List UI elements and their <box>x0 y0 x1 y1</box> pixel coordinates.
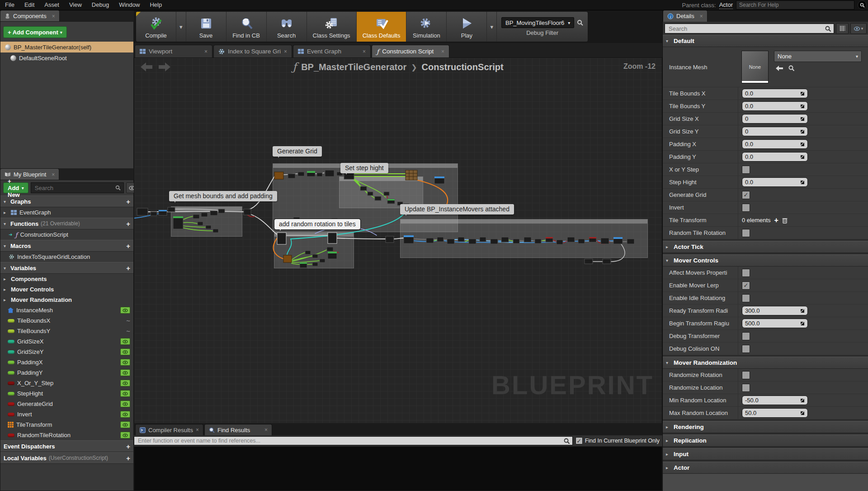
search-button[interactable]: Search <box>267 12 307 42</box>
comment-bubble-get-mesh-bounds[interactable]: Get mesh bounds and add padding <box>169 191 277 201</box>
variable-visibility-eye-icon[interactable] <box>120 390 130 397</box>
close-icon[interactable]: × <box>284 48 287 55</box>
tab-find-results[interactable]: Find Results× <box>204 424 272 435</box>
find-results-body[interactable] <box>134 446 662 491</box>
my-blueprint-search-input[interactable] <box>34 184 115 192</box>
add-macro-icon[interactable]: + <box>126 242 130 250</box>
expand-arrow-icon[interactable]: ▸ <box>666 244 670 249</box>
tab-event-graph[interactable]: Event Graph× <box>293 45 371 57</box>
variable-visibility-eye-icon[interactable] <box>120 421 130 428</box>
close-icon[interactable]: × <box>363 48 366 55</box>
breadcrumb-class[interactable]: BP_MasterTileGenerator <box>301 62 406 72</box>
variable-row[interactable]: GridSizeY <box>0 347 133 357</box>
checkbox[interactable]: ✓ <box>742 371 750 379</box>
macros-header[interactable]: ▾ Macros+ <box>0 240 133 252</box>
add-new-button[interactable]: + Add New▾ <box>3 182 28 193</box>
collapse-arrow-icon[interactable]: ▾ <box>4 199 8 204</box>
compile-button[interactable]: Compile <box>136 12 176 42</box>
component-row-scene-root[interactable]: DefaultSceneRoot <box>0 52 133 63</box>
category-mover-controls[interactable]: ▾Mover Controls <box>663 254 868 267</box>
variable-visibility-eye-icon[interactable] <box>120 348 130 355</box>
comment-bubble-set-step-hight[interactable]: Set step hight <box>340 163 388 173</box>
display-filter-button[interactable]: ▾ <box>850 23 867 34</box>
number-spinner[interactable]: 0.0 <box>742 101 808 111</box>
add-component-button[interactable]: + Add Component▾ <box>3 26 67 38</box>
add-element-icon[interactable]: + <box>774 216 778 224</box>
variable-row[interactable]: PaddingY <box>0 367 133 378</box>
graph-nodes-and-wires[interactable] <box>134 58 662 424</box>
variable-row[interactable]: StepHight <box>0 388 133 399</box>
collapse-arrow-icon[interactable]: ▾ <box>666 258 670 263</box>
variable-visibility-eye-icon[interactable] <box>120 432 130 439</box>
add-graph-icon[interactable]: + <box>126 198 130 205</box>
tab-compiler-results[interactable]: Compiler Results× <box>135 424 203 435</box>
details-search-field[interactable] <box>665 24 834 33</box>
checkbox[interactable]: ✓ <box>742 384 750 392</box>
collapse-arrow-icon[interactable]: ▾ <box>4 243 8 248</box>
search-icon[interactable] <box>564 438 570 444</box>
variable-row[interactable]: RandomTileRotation <box>0 430 133 440</box>
browse-search-icon[interactable] <box>788 65 794 71</box>
find-in-blueprint-checkbox[interactable]: ✓ <box>576 437 583 444</box>
use-selected-arrow-icon[interactable] <box>776 66 783 71</box>
expand-arrow-icon[interactable]: ▸ <box>666 424 670 429</box>
variable-visibility-eye-icon[interactable] <box>120 307 130 314</box>
category-default[interactable]: ▾Default <box>663 35 868 47</box>
expand-arrow-icon[interactable]: ▸ <box>666 452 670 457</box>
variable-row[interactable]: GenerateGrid <box>0 399 133 409</box>
graphs-header[interactable]: ▾ Graphs+ <box>0 195 133 207</box>
variable-row[interactable]: InstanceMesh <box>0 305 133 315</box>
checkbox[interactable]: ✓ <box>742 294 750 302</box>
variable-category-mover-controls[interactable]: ▸Mover Controls <box>0 284 133 295</box>
number-spinner[interactable]: -50.0 <box>742 396 808 405</box>
find-in-cb-button[interactable]: Find in CB <box>226 12 267 42</box>
number-spinner[interactable]: 0.0 <box>742 152 808 162</box>
menu-view[interactable]: View <box>64 0 87 10</box>
number-spinner[interactable]: 300.0 <box>742 306 808 315</box>
save-button[interactable]: Save <box>186 12 226 42</box>
variable-row[interactable]: X_Or_Y_Step <box>0 378 133 388</box>
comment-bubble-update-instance-movers[interactable]: Update BP_InstanceMovers attached <box>400 204 514 215</box>
tab-components[interactable]: Components× <box>0 10 60 22</box>
mesh-thumbnail[interactable]: None <box>741 51 769 83</box>
variable-category-components[interactable]: ▸Components <box>0 274 133 284</box>
number-spinner[interactable]: 0.0 <box>742 177 808 187</box>
variable-visibility-eye-icon[interactable] <box>120 369 130 376</box>
breadcrumb-function[interactable]: ConstructionScript <box>422 62 504 72</box>
add-dispatcher-icon[interactable]: + <box>126 443 130 450</box>
tab-index-to-square-grid[interactable]: Index to Square Gri× <box>213 45 292 57</box>
details-search-input[interactable] <box>668 25 825 33</box>
number-spinner[interactable]: 0 <box>742 127 808 136</box>
variable-visibility-eye-icon[interactable] <box>120 359 130 366</box>
category-replication[interactable]: ▸Replication <box>663 434 868 447</box>
checkbox[interactable]: ✓ <box>742 204 750 212</box>
checkbox[interactable]: ✓ <box>742 229 750 237</box>
mesh-dropdown[interactable]: None▾ <box>774 51 862 62</box>
variable-tilde-icon[interactable]: ~ <box>126 319 130 323</box>
collapse-arrow-icon[interactable]: ▾ <box>666 38 670 43</box>
variable-row[interactable]: Invert <box>0 409 133 419</box>
category-actor[interactable]: ▸Actor <box>663 462 868 474</box>
variable-visibility-eye-icon[interactable] <box>120 380 130 386</box>
close-icon[interactable]: × <box>264 427 268 433</box>
close-icon[interactable]: × <box>700 13 703 19</box>
variable-category-mover-randomization[interactable]: ▸Mover Randomization <box>0 295 133 305</box>
simulation-button[interactable]: Simulation <box>406 12 447 42</box>
variables-header[interactable]: ▾ Variables+ <box>0 262 133 274</box>
menu-window[interactable]: Window <box>114 0 145 10</box>
variable-row[interactable]: PaddingX <box>0 357 133 367</box>
local-variables-header[interactable]: Local Variables (UserConstructionScript)… <box>0 452 133 464</box>
variable-tilde-icon[interactable]: ~ <box>126 329 130 334</box>
add-function-icon[interactable]: + <box>126 220 130 228</box>
construction-script-row[interactable]: ➜ƒ ConstructionScript <box>0 229 133 240</box>
variable-visibility-eye-icon[interactable] <box>120 338 130 345</box>
tab-details[interactable]: i Details× <box>663 10 708 22</box>
collapse-arrow-icon[interactable]: ▾ <box>4 221 8 226</box>
comment-bubble-add-random-rotation[interactable]: add random rotation to tiles <box>274 219 360 229</box>
macro-row[interactable]: IndexToSquareGridLocation <box>0 252 133 262</box>
close-icon[interactable]: × <box>52 172 55 178</box>
checkbox[interactable]: ✓ <box>742 191 750 199</box>
menu-asset[interactable]: Asset <box>39 0 64 10</box>
number-spinner[interactable]: 0.0 <box>742 139 808 149</box>
number-spinner[interactable]: 500.0 <box>742 319 808 328</box>
